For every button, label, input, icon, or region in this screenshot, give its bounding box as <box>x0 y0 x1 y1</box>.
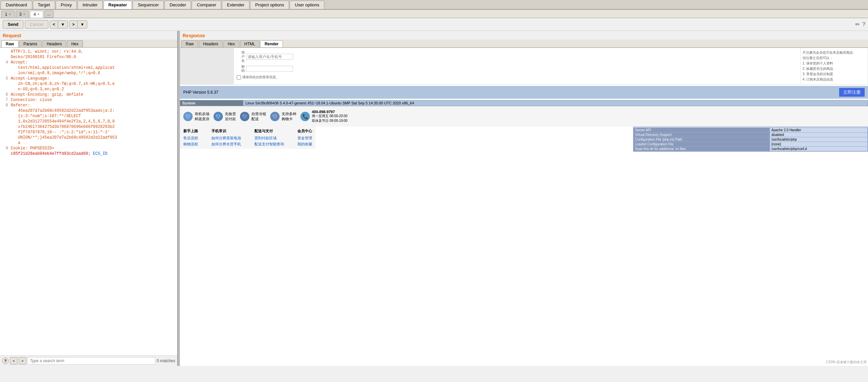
search-prev-button[interactable]: < <box>10 357 18 364</box>
more-tabs-button[interactable]: ... <box>44 10 54 18</box>
virtual-dir-label: Virtual Directory Support <box>634 133 770 137</box>
col-new-user: 新手上路 售后流程 购物流程 <box>183 129 198 147</box>
link-battery[interactable]: 如何分辨原装电池 <box>212 136 241 141</box>
req-tab-1-close[interactable]: × <box>9 12 11 16</box>
feature-coldchain: 🛡 自营冷链 配送 <box>240 110 266 123</box>
top-nav: Dashboard Target Proxy Intruder Repeater… <box>0 0 868 10</box>
code-line-5: 5 Accept-Language: <box>0 76 177 81</box>
prev-nav-group: < ▼ <box>50 21 68 29</box>
match-count: 0 matches <box>157 358 175 363</box>
remember-checkbox[interactable] <box>237 75 241 79</box>
php-version-text: PHP Version 5.6.37 <box>183 90 218 95</box>
features-row: 🛡 有机农场 鲜蔬直供 🛡 先验货 后付款 <box>180 106 868 127</box>
code-line-8g: a <box>0 140 177 146</box>
tab-project-options[interactable]: Project options <box>250 1 289 9</box>
code-line-4: 4 Accept: <box>0 60 177 65</box>
link-aftersale[interactable]: 售后流程 <box>183 136 198 141</box>
next-dropdown-button[interactable]: ▼ <box>78 21 87 28</box>
link-water[interactable]: 如何分辨水货手机 <box>212 142 241 147</box>
search-help-button[interactable]: ? <box>2 357 9 364</box>
request-tab-headers[interactable]: Headers <box>42 40 66 47</box>
cancel-button[interactable]: Cancel <box>25 20 48 29</box>
next-button[interactable]: > <box>69 21 78 28</box>
username-input[interactable] <box>246 54 293 60</box>
col-member: 会员中心 资金管理 我的收藏 <box>298 129 312 147</box>
link-cod-area[interactable]: 货到付款区域 <box>254 136 284 141</box>
coldchain-text: 自营冷链 配送 <box>251 112 266 122</box>
feature-payafter: 🛡 先验货 后付款 <box>214 110 236 123</box>
col-mobile: 手机常识 如何分辨原装电池 如何分辨水货手机 <box>212 129 241 147</box>
req-tab-3[interactable]: 3 × <box>16 11 29 18</box>
tab-repeater[interactable]: Repeater <box>103 1 132 9</box>
req-tab-4-close[interactable]: × <box>38 12 40 16</box>
req-tab-3-close[interactable]: × <box>23 12 25 16</box>
prev-button[interactable]: < <box>50 21 58 28</box>
tab-decoder[interactable]: Decoder <box>164 1 191 9</box>
request-panel: Request Raw Params Headers Hex HTTP/1.1,… <box>0 31 178 366</box>
send-button[interactable]: Send <box>3 20 24 29</box>
code-line-8c: 1,0x2d312720554e494f4e2f2a,2,4,5,6,7,8,0 <box>0 119 177 124</box>
col-new-user-title: 新手上路 <box>183 129 198 134</box>
password-row: 密 码 <box>237 65 798 73</box>
link-delivery-query[interactable]: 配送支付智能查询 <box>254 142 284 147</box>
system-label-cell: System <box>180 100 243 106</box>
login-block: 用 户 名 密 码 请保存此次的登录信息。 <box>180 48 868 85</box>
tab-proxy[interactable]: Proxy <box>56 1 77 9</box>
request-tab-hex[interactable]: Hex <box>67 40 83 47</box>
prev-dropdown-button[interactable]: ▼ <box>58 21 67 28</box>
scan-dir-value: /usr/local/etc/php/conf.d <box>770 147 868 151</box>
req-tab-4[interactable]: 4 × <box>30 11 43 18</box>
response-tab-hex[interactable]: Hex <box>223 40 239 47</box>
col-member-title: 会员中心 <box>298 129 312 134</box>
username-label: 用 户 名 <box>237 51 245 63</box>
col-delivery-title: 配送与支付 <box>254 129 284 134</box>
login-right-area: 不注册为会员也可在本店购买商品 但注册之后您可以： 1. 保存您的个人资料 2.… <box>801 48 868 84</box>
tab-extender[interactable]: Extender <box>222 1 249 9</box>
server-api-label: Server API <box>634 128 770 133</box>
tab-dashboard[interactable]: Dashboard <box>1 1 32 9</box>
rendered-site: 用 户 名 密 码 请保存此次的登录信息。 <box>180 48 868 366</box>
response-tab-render[interactable]: Render <box>260 40 283 47</box>
response-tab-html[interactable]: HTML <box>240 40 260 47</box>
config-file-label: Configuration File (php.ini) Path <box>634 137 770 142</box>
bottom-links: 新手上路 售后流程 购物流程 手机常识 如何分辨原装电池 如何分辨水货手机 配送… <box>180 127 315 149</box>
system-value-cell: Linux 5/e39c806436 5.4.0-47-generic #51~… <box>243 100 868 106</box>
response-render-area[interactable]: 用 户 名 密 码 请保存此次的登录信息。 <box>180 48 868 366</box>
search-input[interactable] <box>28 357 155 364</box>
link-favorites[interactable]: 我的收藏 <box>298 142 312 147</box>
req-tab-1[interactable]: 1 × <box>1 11 15 18</box>
code-line-1: Gecko/20100101 Firefox/80.0 <box>0 54 177 60</box>
request-tab-raw[interactable]: Raw <box>1 40 19 47</box>
response-tab-raw[interactable]: Raw <box>181 40 198 47</box>
tab-intruder[interactable]: Intruder <box>78 1 103 9</box>
request-panel-title: Request <box>0 31 177 40</box>
request-tab-params[interactable]: Params <box>19 40 42 47</box>
payafter-icon: 🛡 <box>214 112 223 121</box>
feature-giftcard: 🛡 支持多种 购物卡 <box>270 110 297 123</box>
watermark: CSDN @凑够力量的哈主席 <box>826 360 867 364</box>
response-tab-headers[interactable]: Headers <box>199 40 222 47</box>
code-line-9: 9 Cookie: PHPSESSID= <box>0 146 177 151</box>
tab-target[interactable]: Target <box>33 1 55 9</box>
request-code-area[interactable]: HTTP/1.1, winnt; nor; rv:44.0, Gecko/201… <box>0 48 177 355</box>
password-input[interactable] <box>246 66 293 72</box>
register-button[interactable]: 立即注册 <box>839 88 865 97</box>
organic-icon: 🛡 <box>183 112 193 121</box>
col-mobile-title: 手机常识 <box>212 129 241 134</box>
bottom-section: 新手上路 售后流程 购物流程 手机常识 如何分辨原装电池 如何分辨水货手机 配送… <box>180 127 868 149</box>
help-icon[interactable]: ? <box>862 22 865 28</box>
code-line-5a: zh-CN,zh;q=0.8,zh-TW;q=0.7,zh-HK;q=0.5,e <box>0 81 177 87</box>
virtual-dir-value: disabled <box>770 133 868 137</box>
req-tab-4-label: 4 <box>34 12 36 17</box>
tab-sequencer[interactable]: Sequencer <box>132 1 164 9</box>
req-tab-3-label: 3 <box>20 12 22 17</box>
tab-user-options[interactable]: User options <box>290 1 324 9</box>
scan-dir-label: Scan this dir for additional .ini files <box>634 147 770 151</box>
edit-icon[interactable]: ✏ <box>855 21 860 28</box>
tab-comparer[interactable]: Comparer <box>192 1 221 9</box>
benefit1: 1. 保存您的个人资料 <box>803 61 866 66</box>
link-funds[interactable]: 资金管理 <box>298 136 312 141</box>
toolbar: Send Cancel < ▼ > ▼ ✏ ? <box>0 18 868 31</box>
search-next-button[interactable]: > <box>19 357 26 364</box>
link-shopping[interactable]: 购物流程 <box>183 142 198 147</box>
